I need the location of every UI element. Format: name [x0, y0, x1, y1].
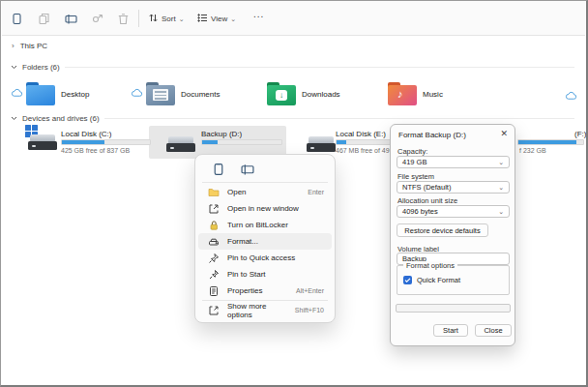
format-options-group: Format options Quick Format	[397, 265, 510, 295]
capacity-label: Capacity:	[397, 147, 427, 156]
close-button[interactable]: Close	[475, 324, 512, 337]
disk-usage-bar	[517, 139, 584, 145]
close-label: Close	[484, 326, 502, 335]
view-button[interactable]: View ⌄	[197, 11, 236, 27]
menu-shortcut: Enter	[308, 189, 324, 195]
share-icon[interactable]	[89, 11, 105, 27]
sort-button[interactable]: Sort ⌄	[148, 11, 185, 27]
folders-section-label: Folders (6)	[22, 63, 60, 72]
address-bar: › This PC	[2, 37, 585, 57]
chevron-down-icon	[11, 65, 17, 70]
delete-icon[interactable]	[115, 11, 132, 27]
documents-folder-icon	[146, 82, 175, 105]
menu-item-pin-start[interactable]: Pin to Start	[198, 266, 332, 283]
menu-item-open[interactable]: Open Enter	[198, 184, 332, 200]
format-progress-bar	[396, 304, 511, 313]
capacity-value: 419 GB	[402, 158, 426, 166]
command-toolbar: Sort ⌄ View ⌄ ...	[2, 1, 585, 36]
copy-icon[interactable]	[36, 11, 52, 27]
folder-label: Documents	[181, 90, 220, 99]
quick-format-label: Quick Format	[417, 276, 460, 284]
music-folder-icon: ♪	[388, 82, 417, 105]
more-options-icon[interactable]: ...	[253, 9, 264, 19]
context-menu: Open Enter Open in new window Turn on Bi…	[194, 154, 336, 323]
hard-drive-icon	[306, 134, 337, 156]
menu-shortcut: Alt+Enter	[296, 287, 324, 294]
rename-icon[interactable]	[63, 11, 79, 27]
allocation-dropdown[interactable]: 4096 bytes ⌄	[397, 205, 510, 218]
folder-label: Downloads	[302, 90, 340, 99]
menu-item-label: Pin to Quick access	[227, 253, 295, 262]
folder-tile-downloads[interactable]: ↓ Downloads	[267, 82, 340, 105]
drive-label: Backup (D:)	[201, 130, 242, 138]
section-divider	[65, 67, 574, 68]
start-label: Start	[443, 326, 458, 335]
menu-item-show-more[interactable]: Show more options Shift+F10	[198, 302, 332, 318]
folder-label: Music	[423, 90, 443, 99]
allocation-value: 4096 bytes	[402, 207, 438, 216]
menu-shortcut: Shift+F10	[295, 307, 324, 313]
file-explorer-window: Sort ⌄ View ⌄ ... › This PC Folders (6)	[0, 0, 588, 387]
menu-separator	[202, 182, 328, 183]
menu-item-label: Properties	[227, 286, 262, 295]
desktop-folder-icon	[26, 82, 55, 105]
menu-item-properties[interactable]: Properties Alt+Enter	[198, 283, 332, 299]
drive-label: Local Disk (C:)	[61, 130, 111, 138]
devices-section-header[interactable]: Devices and drives (6)	[11, 114, 574, 123]
format-drive-icon	[208, 236, 220, 248]
menu-item-label: Show more options	[227, 302, 287, 319]
rename-icon[interactable]	[241, 163, 254, 176]
chevron-down-icon	[11, 116, 17, 121]
bitlocker-lock-icon	[208, 220, 220, 231]
menu-item-bitlocker[interactable]: Turn on BitLocker	[198, 217, 332, 233]
format-dialog: Format Backup (D:) ✕ Capacity: 419 GB ⌄ …	[390, 124, 515, 346]
folder-tile-documents[interactable]: Documents	[146, 82, 220, 105]
chevron-down-icon: ⌄	[498, 184, 504, 191]
quick-format-checkbox-row[interactable]: Quick Format	[403, 276, 460, 284]
format-options-label: Format options	[403, 261, 457, 270]
dialog-title: Format Backup (D:)	[398, 131, 466, 139]
cloud-sync-icon	[131, 88, 143, 98]
restore-defaults-button[interactable]: Restore device defaults	[397, 223, 488, 237]
disk-usage-bar	[61, 139, 151, 145]
folder-label: Desktop	[61, 90, 89, 99]
folders-section-header[interactable]: Folders (6)	[11, 63, 574, 72]
folder-tile-desktop[interactable]: Desktop	[26, 82, 89, 105]
drive-label: Local Disk (E:)	[336, 130, 386, 138]
section-divider	[104, 118, 574, 119]
chevron-down-icon: ⌄	[498, 159, 504, 165]
menu-item-format[interactable]: Format...	[198, 233, 332, 250]
allocation-label: Allocation unit size	[397, 196, 457, 205]
clipboard-icon[interactable]	[212, 163, 225, 176]
sort-label: Sort	[162, 15, 176, 23]
menu-item-open-new-window[interactable]: Open in new window	[198, 200, 332, 217]
menu-item-label: Format...	[227, 237, 258, 246]
checkbox-checked-icon[interactable]	[403, 276, 412, 284]
breadcrumb[interactable]: This PC	[20, 42, 47, 50]
chevron-down-icon: ⌄	[179, 15, 185, 22]
chevron-down-icon: ⌄	[230, 15, 236, 22]
menu-item-label: Open	[227, 188, 247, 196]
view-list-icon	[197, 13, 208, 25]
start-button[interactable]: Start	[433, 324, 468, 337]
drive-free-space: f 232 GB	[519, 147, 546, 154]
menu-item-label: Pin to Start	[227, 270, 266, 279]
quick-actions-row	[198, 157, 332, 181]
breadcrumb-chevron-icon[interactable]: ›	[12, 42, 15, 50]
disk-usage-bar	[201, 139, 282, 145]
filesystem-value: NTFS (Default)	[402, 183, 451, 192]
paste-clipboard-icon[interactable]	[9, 11, 25, 27]
devices-section-label: Devices and drives (6)	[22, 114, 100, 123]
close-icon[interactable]: ✕	[500, 129, 508, 138]
folder-tile-music[interactable]: ♪ Music	[388, 82, 443, 105]
downloads-folder-icon: ↓	[267, 82, 296, 105]
view-label: View	[211, 15, 227, 23]
cloud-sync-icon	[11, 88, 23, 98]
menu-item-pin-quick-access[interactable]: Pin to Quick access	[198, 250, 332, 266]
show-more-icon	[208, 305, 220, 316]
hard-drive-icon	[165, 134, 196, 156]
filesystem-dropdown[interactable]: NTFS (Default) ⌄	[397, 181, 510, 194]
capacity-dropdown[interactable]: 419 GB ⌄	[397, 156, 510, 168]
properties-icon	[208, 285, 220, 297]
drive-free-space: 425 GB free of 837 GB	[61, 147, 130, 154]
